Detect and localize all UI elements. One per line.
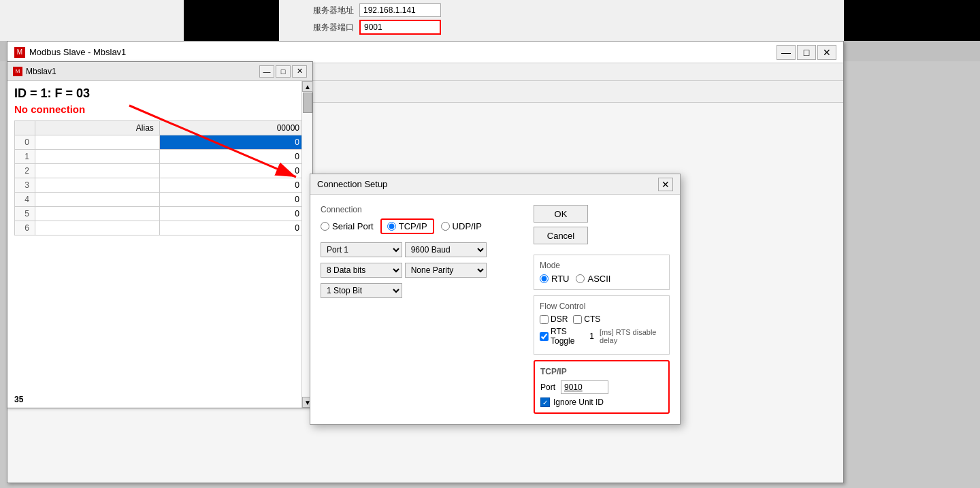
main-title-bar: M Modbus Slave - Mbslav1 — □ ✕ — [7, 42, 843, 63]
sub-maximize[interactable]: □ — [276, 65, 291, 78]
connection-label: Connection — [321, 205, 523, 214]
rts-toggle-checkbox[interactable] — [540, 332, 549, 341]
close-button[interactable]: ✕ — [817, 45, 836, 60]
rtu-radio[interactable] — [540, 274, 549, 283]
id-formula: ID = 1: F = 03 — [14, 86, 306, 101]
maximize-button[interactable]: □ — [797, 45, 816, 60]
server-port-label: 服务器端口 — [313, 22, 354, 33]
rts-toggle-item: RTS Toggle — [540, 327, 584, 346]
server-address-input[interactable] — [359, 3, 441, 17]
mode-label: Mode — [540, 261, 664, 270]
scroll-thumb[interactable] — [303, 93, 312, 113]
cts-checkbox[interactable] — [573, 315, 582, 324]
col-rownum — [15, 121, 35, 135]
main-window-title: Modbus Slave - Mbslav1 — [29, 47, 126, 57]
sub-content: ID = 1: F = 03 No connection Alias 00000… — [7, 81, 312, 241]
top-black-right — [844, 0, 980, 41]
dsr-label: DSR — [551, 314, 568, 324]
port-select[interactable]: Port 1 — [321, 242, 402, 257]
ignore-unit-id-checkbox[interactable]: ✓ — [540, 397, 550, 407]
row-alias-0 — [35, 135, 160, 150]
table-row: 5 0 — [15, 207, 306, 221]
udpip-label: UDP/IP — [453, 221, 482, 231]
connection-setup-dialog: Connection Setup ✕ Connection Serial Por… — [310, 174, 681, 425]
tcpip-option-highlight: TCP/IP — [380, 218, 434, 234]
dialog-left-panel: Connection Serial Port TCP/IP UDP/IP — [321, 205, 523, 414]
rts-delay-unit: [ms] RTS disable delay — [600, 328, 664, 344]
rts-delay-value: 1 — [589, 331, 594, 341]
tcpip-section-title: TCP/IP — [540, 367, 663, 376]
rtu-option[interactable]: RTU — [540, 274, 569, 284]
col-address: 00000 — [159, 121, 305, 135]
port-value-input[interactable] — [561, 380, 608, 394]
flow-control-label: Flow Control — [540, 302, 664, 311]
tcpip-option[interactable]: TCP/IP — [387, 221, 427, 231]
dialog-title: Connection Setup — [317, 179, 387, 189]
dialog-body: Connection Serial Port TCP/IP UDP/IP — [310, 195, 680, 424]
table-row: 2 0 — [15, 164, 306, 178]
server-address-label: 服务器地址 — [313, 5, 354, 16]
server-port-input[interactable] — [359, 20, 441, 35]
ascii-option[interactable]: ASCII — [576, 274, 610, 284]
connection-radio-group: Serial Port TCP/IP UDP/IP — [321, 218, 523, 234]
udpip-option[interactable]: UDP/IP — [441, 221, 482, 231]
top-chinese-fields: 服务器地址 服务器端口 — [313, 3, 441, 35]
row-val-0: 0 — [159, 135, 305, 150]
data-table: Alias 00000 0 0 1 0 2 0 — [14, 120, 306, 235]
ascii-label: ASCII — [587, 274, 610, 284]
baud-select[interactable]: 9600 Baud — [405, 242, 487, 257]
col-alias: Alias — [35, 121, 160, 135]
tcpip-radio[interactable] — [387, 222, 396, 231]
cts-label: CTS — [584, 314, 600, 324]
no-connection-status: No connection — [14, 103, 306, 115]
dsr-cts-row: DSR CTS — [540, 314, 664, 324]
top-black-left — [184, 0, 279, 41]
sub-window-icon: M — [13, 67, 22, 76]
serial-port-label: Serial Port — [332, 221, 374, 231]
sub-minimize[interactable]: — — [259, 65, 274, 78]
mode-section: Mode RTU ASCII — [534, 255, 670, 290]
tcpip-config-section: TCP/IP Port ✓ Ignore Unit ID — [534, 360, 670, 414]
cts-item: CTS — [573, 314, 600, 324]
sub-title-bar: M Mbslav1 — □ ✕ — [7, 62, 312, 81]
scroll-up-btn[interactable]: ▲ — [302, 81, 313, 92]
rtu-label: RTU — [551, 274, 569, 284]
dsr-item: DSR — [540, 314, 568, 324]
port-field-label: Port — [540, 383, 555, 392]
dialog-right-panel: OK Cancel Mode RTU ASCII — [534, 205, 670, 414]
row-num-0: 0 — [15, 135, 35, 150]
dialog-buttons: OK Cancel — [534, 205, 670, 244]
table-row: 6 0 — [15, 221, 306, 235]
serial-port-radio[interactable] — [321, 222, 329, 231]
tcpip-label: TCP/IP — [399, 221, 427, 231]
mode-radios: RTU ASCII — [540, 274, 664, 284]
ok-button[interactable]: OK — [534, 205, 588, 223]
stopbit-select[interactable]: 1 Stop Bit — [321, 283, 402, 298]
table-row: 3 0 — [15, 178, 306, 193]
parity-select[interactable]: None Parity — [405, 263, 487, 278]
table-row: 0 0 — [15, 135, 306, 150]
sub-window-title: Mbslav1 — [26, 67, 56, 76]
rts-toggle-label: RTS Toggle — [551, 327, 584, 346]
app-icon: M — [14, 47, 25, 58]
dialog-title-bar: Connection Setup ✕ — [310, 174, 680, 195]
ascii-radio[interactable] — [576, 274, 585, 283]
tcpip-port-row: Port — [540, 380, 663, 394]
databits-select[interactable]: 8 Data bits — [321, 263, 402, 278]
ignore-unit-id-row: ✓ Ignore Unit ID — [540, 397, 663, 407]
sub-close[interactable]: ✕ — [292, 65, 307, 78]
dialog-close-button[interactable]: ✕ — [658, 178, 673, 191]
serial-port-option[interactable]: Serial Port — [321, 221, 374, 231]
udpip-radio[interactable] — [441, 222, 450, 231]
dsr-checkbox[interactable] — [540, 315, 549, 324]
table-row: 1 0 — [15, 150, 306, 164]
flow-control-section: Flow Control DSR CTS RTS Toggle — [534, 295, 670, 355]
cancel-button[interactable]: Cancel — [534, 227, 588, 244]
sub-window: M Mbslav1 — □ ✕ ID = 1: F = 03 No connec… — [7, 61, 313, 408]
bottom-row-num: 35 — [14, 395, 23, 404]
table-row: 4 0 — [15, 193, 306, 207]
minimize-button[interactable]: — — [777, 45, 796, 60]
ignore-unit-id-label: Ignore Unit ID — [553, 397, 604, 407]
rts-toggle-row: RTS Toggle 1 [ms] RTS disable delay — [540, 327, 664, 346]
